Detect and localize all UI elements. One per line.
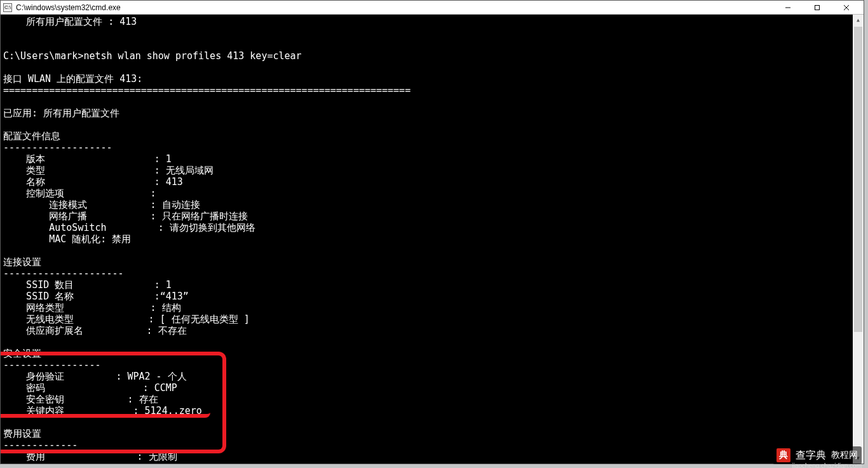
close-button[interactable] (832, 1, 861, 14)
app-icon: C:\ (3, 3, 12, 12)
cmd-window: C:\ C:\windows\system32\cmd.exe 所有用户配置文件… (0, 0, 864, 464)
window-title: C:\windows\system32\cmd.exe (16, 3, 773, 12)
minimize-button[interactable] (773, 1, 803, 14)
watermark: 典 查字典 教程网 (773, 446, 862, 464)
scroll-up-button[interactable]: ▲ (853, 15, 864, 25)
scroll-thumb[interactable] (854, 27, 862, 332)
watermark-brand: 查字典 (796, 449, 826, 462)
terminal-text: 所有用户配置文件 : 413 C:\Users\mark>netsh wlan … (3, 16, 864, 462)
window-controls (773, 1, 861, 14)
watermark-tag: 教程网 (831, 450, 858, 461)
watermark-icon: 典 (776, 448, 790, 462)
scroll-track[interactable] (853, 25, 864, 453)
svg-rect-1 (815, 5, 820, 10)
scrollbar[interactable]: ▲ ▼ (853, 15, 864, 464)
watermark-url: jiaocheng.chazidian.com (792, 462, 862, 468)
maximize-button[interactable] (803, 1, 832, 14)
titlebar[interactable]: C:\ C:\windows\system32\cmd.exe (1, 1, 864, 15)
terminal-output[interactable]: 所有用户配置文件 : 413 C:\Users\mark>netsh wlan … (1, 15, 864, 464)
